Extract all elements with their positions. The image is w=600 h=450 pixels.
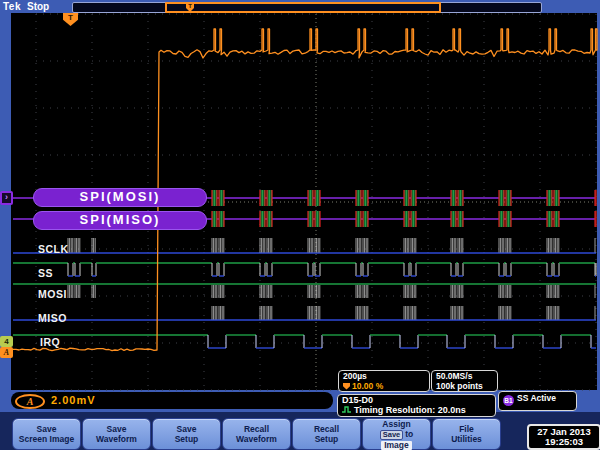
- sclk-trace: [13, 238, 596, 253]
- oscilloscope-screen: Tek Stop T T SPI(MOSI) SPI(MISO) › 4 A A…: [0, 0, 600, 450]
- menu-button-label: Save: [153, 424, 220, 434]
- record-length-readout: 100k points: [436, 382, 493, 392]
- menu-button-label: Waveform: [223, 434, 290, 444]
- bus-label-spi-miso[interactable]: SPI(MISO): [33, 211, 207, 230]
- assign-image-chip: Image: [381, 441, 412, 450]
- menu-button-label: Recall: [293, 424, 360, 434]
- bus-status-text: SS Active: [517, 393, 556, 403]
- trigger-position-icon: [343, 383, 350, 390]
- record-window-brackets: [165, 2, 441, 13]
- digital-label-irq[interactable]: IRQ: [40, 336, 60, 348]
- assign-line1: Assign: [363, 419, 430, 429]
- acquisition-readout-box: 50.0MS/s 100k points: [431, 370, 498, 392]
- digital-readout-box: D15-D0 Timing Resolution: 20.0ns: [337, 394, 496, 417]
- digital-label-mosi[interactable]: MOSI: [38, 288, 67, 300]
- digital-channel-marker: 4: [0, 336, 13, 347]
- bus-status-box: B1SS Active: [498, 391, 577, 411]
- digital-waveform-icon: [342, 406, 352, 417]
- menu-button-recall-setup[interactable]: RecallSetup: [292, 418, 361, 450]
- menu-button-label: Screen Image: [13, 434, 80, 444]
- bus-label-spi-mosi[interactable]: SPI(MOSI): [33, 188, 207, 207]
- assign-line2: Saveto: [363, 429, 430, 440]
- menu-button-label: Waveform: [83, 434, 150, 444]
- menu-button-assign-save-to-image[interactable]: AssignSavetoImage: [362, 418, 431, 450]
- ss-trace: [13, 263, 596, 276]
- digital-label-sclk[interactable]: SCLK: [38, 243, 69, 255]
- menu-button-file-utilities[interactable]: FileUtilities: [432, 418, 501, 450]
- miso-trace: [13, 306, 596, 320]
- mosi-trace: [13, 284, 596, 298]
- trigger-position-readout: 10.00 %: [352, 381, 383, 391]
- channel-readout-bar: A 2.00mV: [11, 392, 333, 409]
- assign-to-text: to: [405, 429, 413, 439]
- menu-button-label: Recall: [223, 424, 290, 434]
- timing-resolution-readout: Timing Resolution: 20.0ns: [354, 405, 466, 415]
- menu-button-label: Setup: [293, 434, 360, 444]
- digital-label-ss[interactable]: SS: [38, 267, 53, 279]
- acquisition-status: Stop: [27, 1, 49, 12]
- channel-badge[interactable]: A: [15, 394, 45, 409]
- tek-logo: Tek: [3, 1, 21, 12]
- datetime-box: 27 Jan 2013 19:25:03: [527, 424, 600, 450]
- digital-label-miso[interactable]: MISO: [38, 312, 67, 324]
- time-readout: 19:25:03: [529, 437, 599, 447]
- menu-button-save-waveform[interactable]: SaveWaveform: [82, 418, 151, 450]
- menu-button-label: Save: [83, 424, 150, 434]
- channel-scale-readout: 2.00mV: [51, 394, 96, 406]
- menu-button-label: Setup: [153, 434, 220, 444]
- menu-button-label: Utilities: [433, 434, 500, 444]
- bus-b1-position-marker: ›: [0, 191, 13, 205]
- menu-button-label: File: [433, 424, 500, 434]
- menu-button-label: Save: [13, 424, 80, 434]
- wave-record-view[interactable]: T: [72, 2, 542, 13]
- analog-channel-marker: A: [0, 347, 13, 358]
- horizontal-readout-box: 200µs 10.00 %: [338, 370, 430, 392]
- bus-b1-badge: B1: [503, 395, 514, 406]
- assign-save-chip: Save: [380, 430, 404, 440]
- assign-line3: Image: [363, 440, 430, 450]
- irq-trace: [13, 335, 596, 348]
- menu-button-recall-waveform[interactable]: RecallWaveform: [222, 418, 291, 450]
- menu-button-save-setup[interactable]: SaveSetup: [152, 418, 221, 450]
- menu-button-save-screen-image[interactable]: SaveScreen Image: [12, 418, 81, 450]
